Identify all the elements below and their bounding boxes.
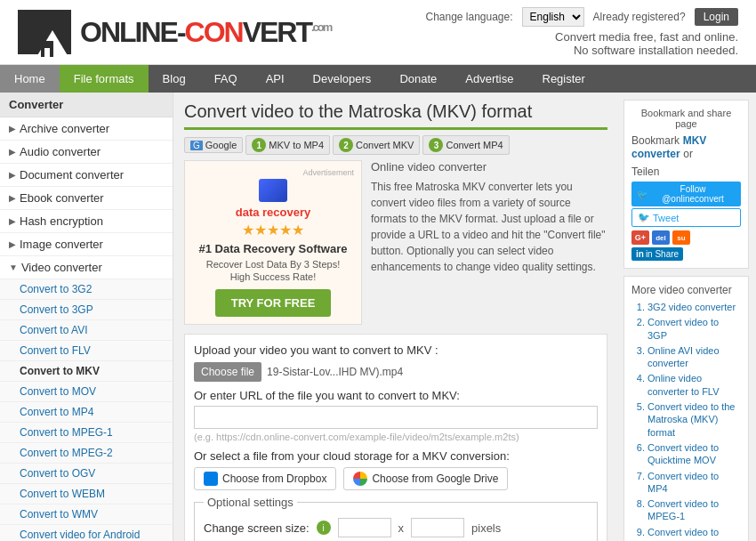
already-registered-text: Already registered?	[593, 11, 686, 23]
file-input-row: Choose file 19-Sistar-Lov...IHD MV).mp4	[194, 362, 598, 382]
sidebar-sub-mkv[interactable]: Convert to MKV	[0, 361, 173, 382]
tweet-button[interactable]: 🐦 Tweet	[631, 208, 741, 227]
bc-mkv-mp4[interactable]: 1 MKV to MP4	[245, 135, 330, 155]
sidebar-item-image[interactable]: ▶ Image converter	[0, 233, 173, 256]
more-item-9[interactable]: Convert video to MPEG-2	[647, 526, 741, 541]
more-converter-list: 3G2 video converter Convert video to 3GP…	[631, 301, 741, 541]
sidebar-sub-3gp[interactable]: Convert to 3GP	[0, 300, 173, 320]
sidebar-sub-mpeg2[interactable]: Convert to MPEG-2	[0, 443, 173, 464]
sidebar-sub-android[interactable]: Convert video for Android	[0, 525, 173, 541]
arrow-icon: ▶	[9, 170, 16, 180]
ad-headline: #1 Data Recovery Software	[192, 242, 354, 255]
url-placeholder-text: (e.g. https://cdn.online-convert.com/exa…	[194, 432, 598, 442]
bc-google[interactable]: G Google	[184, 137, 243, 153]
screen-size-label: Change screen size:	[204, 521, 310, 535]
more-item-8[interactable]: Convert video to MPEG-1	[647, 497, 741, 523]
sidebar-item-document[interactable]: ▶ Document converter	[0, 164, 173, 187]
sidebar-sub-ogv[interactable]: Convert to OGV	[0, 464, 173, 484]
bc-number-1: 1	[252, 138, 266, 152]
pixels-label: pixels	[471, 521, 501, 535]
sidebar-sub-webm[interactable]: Convert to WEBM	[0, 484, 173, 505]
bc-number-3: 3	[429, 138, 443, 152]
bc-number-2: 2	[339, 138, 353, 152]
sidebar-sub-mov[interactable]: Convert to MOV	[0, 382, 173, 402]
url-input[interactable]	[194, 406, 598, 429]
linkedin-share-button[interactable]: in in Share	[631, 247, 683, 261]
screen-height-input[interactable]	[411, 518, 464, 537]
stumbleupon-icon[interactable]: su	[672, 230, 690, 245]
language-select[interactable]: English	[522, 7, 584, 27]
tweet-label: Tweet	[653, 213, 679, 223]
tweet-icon: 🐦	[638, 212, 650, 223]
nav-developers[interactable]: Developers	[299, 65, 386, 93]
ad-title: data recovery	[192, 206, 354, 219]
more-item-3[interactable]: Online AVI video converter	[647, 344, 741, 370]
sidebar-sub-wmv[interactable]: Convert to WMV	[0, 505, 173, 525]
google-icon: G	[190, 141, 203, 150]
file-choose-button[interactable]: Choose file	[194, 362, 261, 382]
info-icon[interactable]: i	[317, 521, 331, 535]
sidebar-label: Video converter	[21, 261, 102, 274]
more-item-7[interactable]: Convert video to MP4	[647, 470, 741, 496]
main-wrap: Converter ▶ Archive converter ▶ Audio co…	[0, 93, 756, 541]
bookmark-text: Bookmark	[631, 134, 680, 147]
header-right: Change language: English Already registe…	[425, 7, 738, 57]
sidebar-item-audio[interactable]: ▶ Audio converter	[0, 141, 173, 164]
upload-label: Upload your video you want to convert to…	[194, 343, 598, 357]
sidebar-item-archive[interactable]: ▶ Archive converter	[0, 117, 173, 141]
screen-width-input[interactable]	[338, 518, 391, 537]
sidebar-item-video[interactable]: ▼ Video converter	[0, 256, 173, 279]
follow-label: Follow @onlineconvert	[650, 184, 736, 204]
follow-button[interactable]: 🐦 Follow @onlineconvert	[631, 182, 741, 206]
twitter-bird-icon: 🐦	[637, 190, 647, 199]
logo-text: ONLINE-CONVERT.com	[80, 18, 331, 46]
nav-home[interactable]: Home	[0, 65, 60, 93]
sidebar-sub-flv[interactable]: Convert to FLV	[0, 341, 173, 361]
delicious-icon[interactable]: del	[652, 230, 670, 245]
nav-blog[interactable]: Blog	[149, 65, 200, 93]
bc-convert-mp4[interactable]: 3 Convert MP4	[422, 135, 509, 155]
ad-subtitle: Recover Lost Data By 3 Steps!	[192, 259, 354, 270]
sidebar-sub-3g2[interactable]: Convert to 3G2	[0, 279, 173, 300]
more-item-6[interactable]: Convert video to Quicktime MOV	[647, 441, 741, 467]
logo-com: .com	[311, 20, 331, 34]
optional-legend: Optional settings	[204, 496, 297, 509]
gplus-icon[interactable]: G+	[631, 230, 649, 245]
sidebar-label: Archive converter	[20, 122, 109, 135]
ad-try-button[interactable]: TRY FOR FREE	[215, 289, 332, 317]
converter-desc: Online video converter This free Matrosk…	[371, 160, 607, 325]
gdrive-button[interactable]: Choose from Google Drive	[343, 467, 508, 490]
sidebar-label: Hash encryption	[20, 214, 103, 228]
nav-register[interactable]: Register	[528, 65, 599, 93]
nav-advertise[interactable]: Advertise	[451, 65, 527, 93]
dropbox-button[interactable]: Choose from Dropbox	[194, 467, 336, 490]
gdrive-label: Choose from Google Drive	[372, 472, 498, 485]
more-converter-box: More video converter 3G2 video converter…	[623, 276, 749, 541]
sidebar-item-hash[interactable]: ▶ Hash encryption	[0, 210, 173, 233]
ad-box: Advertisement data recovery ★★★★★ #1 Dat…	[184, 160, 362, 325]
login-button[interactable]: Login	[695, 8, 738, 26]
cloud-label: Or select a file from your cloud storage…	[194, 449, 598, 463]
linkedin-icon: in	[636, 249, 644, 259]
arrow-down-icon: ▼	[9, 262, 18, 272]
more-item-5[interactable]: Convert video to the Matroska (MKV) form…	[647, 400, 741, 439]
sidebar-label: Audio converter	[20, 145, 101, 158]
more-item-1[interactable]: 3G2 video converter	[647, 301, 741, 313]
nav-donate[interactable]: Donate	[385, 65, 451, 93]
nav-faq[interactable]: FAQ	[200, 65, 252, 93]
bookmark-title: Bookmark and share page	[631, 108, 741, 129]
sidebar-item-ebook[interactable]: ▶ Ebook converter	[0, 187, 173, 210]
sidebar-sub-mpeg1[interactable]: Convert to MPEG-1	[0, 423, 173, 443]
arrow-icon: ▶	[9, 147, 16, 157]
nav-api[interactable]: API	[252, 65, 299, 93]
dropbox-label: Choose from Dropbox	[222, 472, 326, 485]
sidebar-sub-avi[interactable]: Convert to AVI	[0, 320, 173, 341]
ad-icon	[259, 179, 287, 202]
nav-file-formats[interactable]: File formats	[60, 65, 149, 93]
change-language-label: Change language:	[425, 11, 512, 23]
bc-convert-mkv[interactable]: 2 Convert MKV	[333, 135, 420, 155]
more-item-2[interactable]: Convert video to 3GP	[647, 316, 741, 342]
more-item-4[interactable]: Online video converter to FLV	[647, 372, 741, 398]
bookmark-or: or	[683, 148, 693, 160]
sidebar-sub-mp4[interactable]: Convert to MP4	[0, 402, 173, 423]
